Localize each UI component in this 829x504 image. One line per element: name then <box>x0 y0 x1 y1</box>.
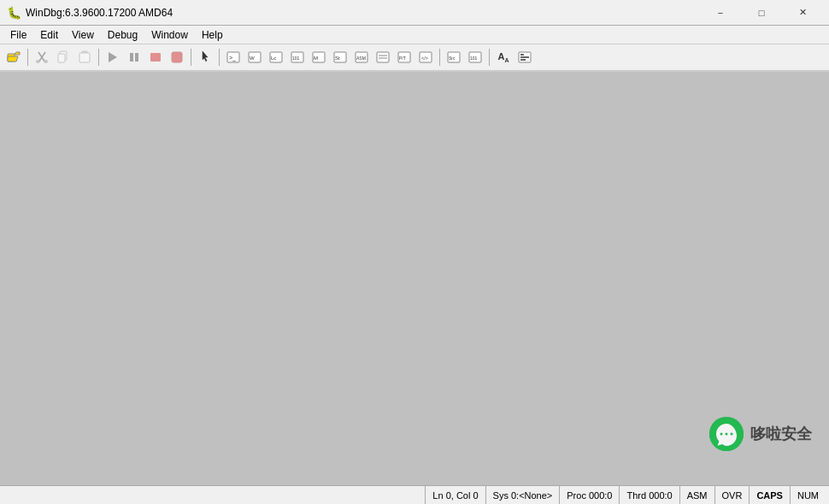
status-ovr: OVR <box>714 486 750 504</box>
watermark-icon <box>709 417 744 451</box>
svg-text:ASM: ASM <box>356 56 366 61</box>
status-num: NUM <box>790 486 826 504</box>
cmd-window-button[interactable]: >_ <box>223 47 244 67</box>
window-title: WinDbg:6.3.9600.17200 AMD64 <box>26 7 701 19</box>
disasm-button[interactable]: ASM <box>351 47 372 67</box>
watermark-text: 哆啦安全 <box>750 424 812 444</box>
status-ln-col: Ln 0, Col 0 <box>425 486 485 504</box>
close-button[interactable]: ✕ <box>783 0 822 26</box>
menu-debug[interactable]: Debug <box>101 26 144 44</box>
maximize-button[interactable]: □ <box>742 0 781 26</box>
watermark: 哆啦安全 <box>709 417 812 451</box>
svg-text:Lc: Lc <box>271 56 276 61</box>
svg-rect-11 <box>172 52 182 62</box>
svg-rect-9 <box>135 53 138 62</box>
sep2 <box>98 49 99 66</box>
status-bar: Ln 0, Col 0 Sys 0:<None> Proc 000:0 Thrd… <box>0 485 829 504</box>
svg-text:Src: Src <box>449 56 456 61</box>
asm-mode-button[interactable]: 101 <box>465 47 485 67</box>
svg-text:P/T: P/T <box>399 56 406 61</box>
svg-text:>_: >_ <box>229 55 236 62</box>
title-bar: 🐛 WinDbg:6.3.9600.17200 AMD64 − □ ✕ <box>0 0 829 26</box>
paste-button[interactable] <box>74 47 95 67</box>
pointer-button[interactable] <box>195 47 215 67</box>
menu-help[interactable]: Help <box>195 26 230 44</box>
break-button[interactable] <box>145 47 166 67</box>
copy-button[interactable] <box>53 47 73 67</box>
regs-button[interactable]: 101 <box>287 47 308 67</box>
window-controls: − □ ✕ <box>701 0 822 26</box>
sep6 <box>489 49 490 66</box>
svg-marker-7 <box>109 52 117 62</box>
scratch-button[interactable] <box>373 47 393 67</box>
menu-edit[interactable]: Edit <box>33 26 65 44</box>
sep5 <box>439 49 440 66</box>
options-button[interactable] <box>514 47 535 67</box>
svg-rect-6 <box>79 53 90 62</box>
svg-text:M: M <box>314 56 318 61</box>
menu-window[interactable]: Window <box>144 26 195 44</box>
menu-file[interactable]: File <box>3 26 33 44</box>
src-mode-button[interactable]: Src <box>444 47 464 67</box>
watch-button[interactable]: W <box>244 47 265 67</box>
status-proc: Proc 000:0 <box>559 486 619 504</box>
locals-button[interactable]: Lc <box>266 47 286 67</box>
sep1 <box>27 49 28 66</box>
mem-button[interactable]: M <box>309 47 329 67</box>
cut-button[interactable] <box>32 47 52 67</box>
svg-text:</>: </> <box>421 56 428 61</box>
svg-text:101: 101 <box>292 56 300 61</box>
svg-rect-26 <box>377 52 389 62</box>
app-icon: 🐛 <box>7 6 21 20</box>
menu-view[interactable]: View <box>65 26 101 44</box>
svg-text:St: St <box>335 56 340 61</box>
main-area: 哆啦安全 <box>0 72 829 485</box>
svg-point-42 <box>720 433 723 436</box>
process-button[interactable]: P/T <box>394 47 414 67</box>
svg-point-1 <box>36 60 39 63</box>
toolbar: >_ W Lc 101 M St ASM <box>0 44 829 72</box>
open-button[interactable] <box>3 47 24 67</box>
font-button[interactable]: AA <box>493 47 514 67</box>
minimize-button[interactable]: − <box>701 0 740 26</box>
svg-rect-10 <box>150 53 161 62</box>
stop-button[interactable] <box>167 47 187 67</box>
sep3 <box>191 49 191 66</box>
sep4 <box>219 49 220 66</box>
svg-point-43 <box>726 433 728 436</box>
menu-bar: File Edit View Debug Window Help <box>0 26 829 44</box>
svg-point-2 <box>44 60 48 63</box>
go-button[interactable] <box>103 47 123 67</box>
status-caps: CAPS <box>749 486 790 504</box>
status-thrd: Thrd 000:0 <box>619 486 679 504</box>
svg-text:101: 101 <box>470 56 478 61</box>
svg-text:W: W <box>250 56 255 61</box>
src-button[interactable]: </> <box>415 47 436 67</box>
svg-rect-4 <box>58 54 65 62</box>
svg-rect-8 <box>130 53 133 62</box>
restart-button[interactable] <box>124 47 144 67</box>
svg-point-44 <box>731 433 733 436</box>
stack-button[interactable]: St <box>330 47 350 67</box>
status-sys: Sys 0:<None> <box>485 486 560 504</box>
status-asm: ASM <box>679 486 714 504</box>
